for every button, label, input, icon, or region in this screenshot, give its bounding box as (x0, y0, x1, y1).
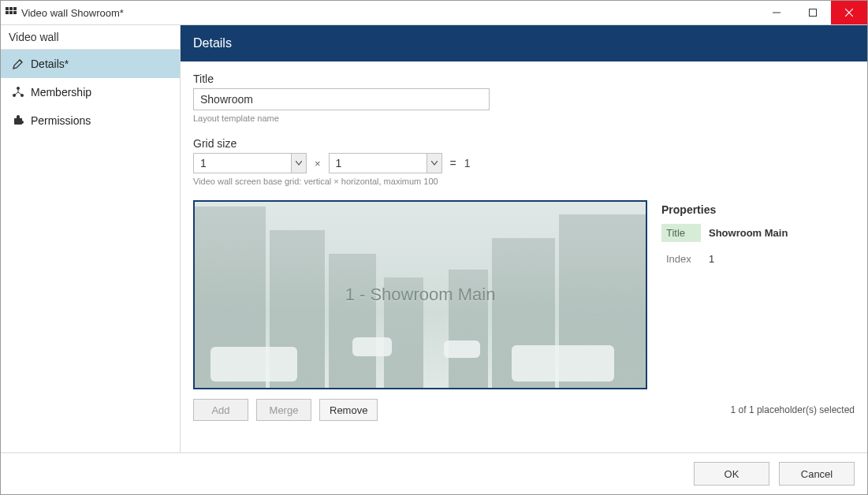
titlebar: Video wall Showroom* (1, 1, 867, 25)
property-value: Showroom Main (709, 227, 788, 239)
window-title: Video wall Showroom* (21, 7, 758, 19)
title-section: Title Layout template name (193, 73, 855, 123)
ok-button[interactable]: OK (694, 462, 769, 486)
property-label: Title (661, 224, 701, 242)
grid-vertical-input[interactable] (194, 155, 291, 171)
sidebar-item-membership[interactable]: Membership (1, 78, 180, 106)
pencil-icon (12, 58, 24, 70)
sidebar: Video wall Details* Membership (1, 25, 181, 452)
sidebar-item-label: Membership (31, 86, 91, 99)
grid-vertical-spinner[interactable] (193, 153, 307, 173)
panel-body: Title Layout template name Grid size × (181, 61, 867, 452)
grid-result: 1 (464, 157, 471, 169)
minimize-button[interactable] (758, 1, 795, 24)
sidebar-item-details[interactable]: Details* (1, 50, 180, 78)
cancel-button[interactable]: Cancel (779, 462, 855, 486)
window: Video wall Showroom* Video wall Deta (0, 0, 868, 495)
sidebar-item-label: Permissions (31, 114, 91, 127)
add-button[interactable]: Add (193, 399, 248, 421)
window-controls (758, 1, 867, 24)
chevron-down-icon[interactable] (291, 154, 306, 173)
svg-point-4 (17, 87, 20, 90)
panel-header: Details (181, 25, 867, 61)
preview-image (195, 202, 646, 388)
sidebar-header: Video wall (1, 25, 180, 49)
main-panel: Details Title Layout template name Grid … (181, 25, 867, 452)
sidebar-items: Details* Membership Permissions (1, 49, 180, 135)
nodes-icon (12, 86, 24, 99)
svg-rect-1 (810, 9, 817, 17)
sidebar-item-label: Details* (31, 58, 69, 70)
grid-size-label: Grid size (193, 137, 855, 150)
dialog-footer: OK Cancel (1, 452, 867, 494)
body: Video wall Details* Membership (1, 25, 867, 452)
properties-panel: Properties Title Showroom Main Index 1 (661, 200, 855, 276)
property-row-title[interactable]: Title Showroom Main (661, 224, 855, 242)
property-label: Index (661, 250, 701, 268)
sidebar-item-permissions[interactable]: Permissions (1, 106, 180, 135)
layout-preview-cell[interactable]: 1 - Showroom Main (193, 200, 647, 389)
app-grid-icon (6, 7, 17, 18)
title-label: Title (193, 73, 855, 85)
times-symbol: × (315, 158, 321, 169)
grid-size-helper: Video wall screen base grid: vertical × … (193, 177, 855, 186)
title-helper: Layout template name (193, 114, 855, 123)
chevron-down-icon[interactable] (427, 154, 441, 173)
selection-status: 1 of 1 placeholder(s) selected (731, 404, 855, 415)
property-row-index[interactable]: Index 1 (661, 250, 855, 268)
grid-size-row: × = 1 (193, 153, 855, 173)
grid-horizontal-spinner[interactable] (329, 153, 442, 173)
puzzle-icon (12, 114, 24, 127)
close-button[interactable] (831, 1, 867, 24)
preview-toolbar: Add Merge Remove 1 of 1 placeholder(s) s… (193, 399, 855, 421)
property-value: 1 (709, 253, 714, 265)
equals-symbol: = (450, 157, 456, 169)
maximize-button[interactable] (795, 1, 831, 24)
merge-button[interactable]: Merge (256, 399, 311, 421)
grid-horizontal-input[interactable] (330, 155, 427, 171)
properties-heading: Properties (661, 203, 855, 216)
remove-button[interactable]: Remove (319, 399, 378, 421)
grid-size-section: Grid size × (193, 137, 855, 186)
preview-row: 1 - Showroom Main Properties Title Showr… (193, 200, 855, 389)
title-input[interactable] (193, 88, 490, 110)
svg-rect-7 (14, 118, 22, 125)
